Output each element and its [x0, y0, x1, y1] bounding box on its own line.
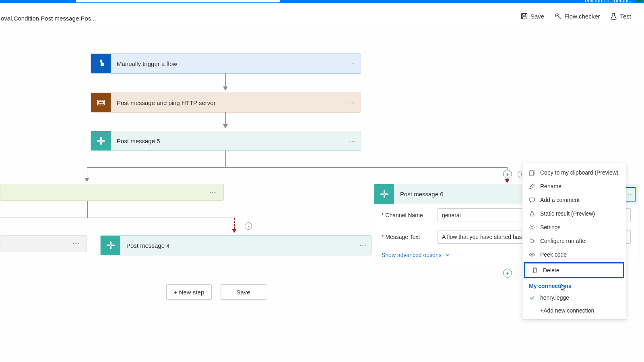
trigger-menu-button[interactable]: ···	[345, 60, 361, 68]
top-ribbon: enviroment (default)	[0, 0, 644, 3]
svg-rect-11	[110, 241, 111, 245]
ctx-comment-label: Add a comment	[540, 197, 580, 203]
svg-rect-14	[111, 245, 115, 246]
ctx-connections-hdr: My connections	[522, 279, 626, 291]
eye-icon	[529, 251, 535, 258]
touch-icon	[91, 54, 111, 73]
flow-checker-button[interactable]: Flow checker	[555, 13, 600, 20]
svg-rect-20	[530, 171, 533, 176]
post-message-4-card[interactable]: Post message 4 ···	[100, 235, 372, 255]
chevron-down-icon	[445, 252, 450, 258]
channel-label: * Channel Name	[382, 212, 432, 218]
connector	[225, 73, 226, 87]
avatar[interactable]	[634, 0, 644, 2]
save-button[interactable]: Save	[521, 13, 544, 20]
slack-icon	[91, 131, 111, 150]
svg-rect-15	[384, 190, 385, 194]
connector	[87, 201, 88, 218]
bottom-buttons: + New step Save	[166, 284, 266, 300]
ctx-copy-label: Copy to my clipboard (Preview)	[540, 169, 619, 176]
channel-value: general	[442, 212, 461, 218]
checker-icon	[555, 13, 561, 20]
save-icon	[521, 13, 528, 20]
gear-icon	[529, 224, 535, 230]
message-value: A flow that you have started has	[442, 234, 522, 240]
svg-rect-9	[100, 141, 102, 145]
ctx-comment[interactable]: Add a comment	[522, 193, 626, 207]
action-context-menu: Copy to my clipboard (Preview) Rename Ad…	[522, 163, 626, 320]
connection-user: henry.legge	[540, 294, 569, 301]
svg-rect-8	[97, 140, 101, 142]
ctx-rename[interactable]: Rename	[522, 179, 626, 193]
save-flow-button[interactable]: Save	[221, 284, 266, 300]
svg-rect-16	[380, 193, 384, 195]
slack-icon	[374, 184, 394, 204]
svg-rect-18	[385, 193, 388, 195]
svg-rect-17	[384, 195, 385, 198]
svg-point-26	[531, 254, 533, 255]
breadcrumb: oval,Condition,Post message,Pos...	[1, 15, 96, 22]
add-connection-label: +Add new connection	[540, 307, 594, 314]
svg-rect-2	[522, 17, 526, 19]
pm4-label: Post message 4	[120, 242, 355, 249]
pm5-menu-button[interactable]: ···	[345, 137, 361, 145]
svg-rect-7	[100, 137, 102, 140]
pm5-label: Post message 5	[111, 138, 345, 144]
arrow-icon	[223, 86, 228, 90]
add-action-button[interactable]: +	[503, 269, 512, 278]
connector-error	[234, 218, 235, 230]
trigger-card[interactable]: Manually trigger a flow ···	[91, 53, 361, 74]
branch-icon	[529, 238, 535, 244]
arrow-icon	[223, 124, 228, 128]
clipboard-icon	[529, 169, 535, 176]
flask-icon	[529, 210, 535, 217]
empty-branch-card[interactable]: ···	[0, 184, 224, 201]
test-button[interactable]: Test	[610, 13, 631, 20]
svg-rect-13	[110, 246, 111, 249]
svg-point-22	[531, 226, 533, 228]
pm4-menu-button[interactable]: ···	[355, 241, 371, 250]
arrow-icon	[85, 178, 89, 182]
ctx-runafter[interactable]: Configure run after	[522, 234, 626, 248]
blank-icon	[529, 307, 535, 314]
ctx-peek[interactable]: Peek code	[522, 248, 626, 261]
svg-rect-10	[101, 140, 105, 142]
svg-rect-1	[522, 14, 525, 15]
ctx-rename-label: Rename	[540, 183, 561, 189]
ctx-static[interactable]: Static result (Preview)	[522, 207, 626, 220]
trash-icon	[532, 267, 538, 274]
empty-branch-menu[interactable]: ···	[205, 188, 221, 196]
new-step-button[interactable]: + New step	[166, 284, 212, 300]
slack-icon	[101, 236, 120, 255]
save-label: Save	[530, 13, 544, 20]
post-message-5-card[interactable]: Post message 5 ···	[91, 131, 361, 151]
add-connection[interactable]: +Add new connection	[522, 304, 626, 317]
checker-label: Flow checker	[564, 13, 600, 20]
add-action-button[interactable]: +	[503, 170, 512, 179]
empty-card-menu[interactable]: ···	[68, 239, 84, 248]
scope-icon	[91, 93, 111, 112]
arrow-error-icon	[232, 229, 237, 233]
arrow-error-icon	[505, 179, 510, 183]
ctx-delete[interactable]: Delete	[524, 262, 624, 278]
ctx-settings[interactable]: Settings	[522, 220, 626, 234]
connector	[225, 112, 226, 125]
svg-rect-21	[530, 198, 535, 201]
scope-menu-button[interactable]: ···	[345, 99, 361, 107]
svg-point-24	[530, 242, 531, 243]
ctx-copy[interactable]: Copy to my clipboard (Preview)	[522, 166, 626, 179]
info-icon[interactable]: i	[245, 222, 252, 230]
svg-point-25	[533, 241, 535, 242]
comment-icon	[529, 197, 535, 203]
connection-item[interactable]: henry.legge	[522, 291, 626, 304]
test-label: Test	[620, 13, 631, 20]
ctx-settings-label: Settings	[540, 224, 561, 230]
scope-card[interactable]: Post message and ping HTTP server ···	[91, 93, 361, 113]
command-bar: oval,Condition,Post message,Pos... Save …	[0, 3, 644, 22]
svg-point-3	[555, 14, 559, 17]
connector	[0, 218, 235, 218]
empty-card[interactable]: ···	[0, 235, 87, 252]
ctx-delete-label: Delete	[543, 267, 559, 274]
ctx-static-label: Static result (Preview)	[540, 210, 595, 217]
search-box-cutoff[interactable]	[76, 0, 280, 2]
